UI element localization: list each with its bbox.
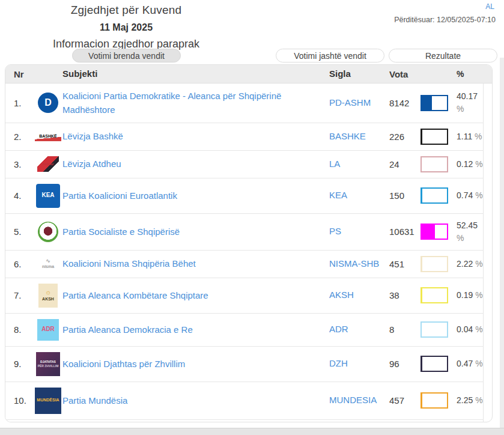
percentage-bar-fill [422,96,432,110]
party-sigla-link[interactable]: ADR [329,323,389,336]
col-header-nr: Nr [5,69,34,79]
percentage-bar [421,187,448,204]
votes-count: 457 [389,395,421,406]
col-header-pct: % [454,68,483,81]
dzh-logo: DJATHTAS PËR ZHVILLIM [36,352,60,376]
page-scrollbar[interactable] [500,58,504,428]
aksh-logo: ☼ AKSH [38,284,58,308]
party-sigla-link[interactable]: AKSH [329,288,389,302]
party-name-link[interactable]: Koalicioni Nisma Shqipëria Bëhet [62,257,329,270]
party-sigla-link[interactable]: NISMA-SHB [329,257,389,271]
percentage-bar [421,224,448,240]
percentage-value: 1.11 % [454,130,483,143]
footer-bar [0,428,504,435]
percentage-value: 2.25 % [454,394,483,407]
table-row: 6. ∿ nisma Koalicioni Nisma Shqipëria Bë… [5,251,483,278]
tab-votimi-jashte-vendit[interactable]: Votimi jashtë vendit [276,49,384,62]
percentage-bar-fill [422,225,435,239]
col-header-sigla: Sigla [329,67,389,81]
row-number: 8. [5,324,34,335]
last-updated-text: Përditësuar: 12/05/2025-07:10 [394,16,496,24]
nisma-logo: ∿ nisma [35,259,61,269]
votes-count: 96 [389,359,421,369]
table-row: 5. Partia Socialiste e Shqipërisë PS 106… [5,214,483,251]
percent-sign: % [457,233,464,243]
percentage-value: 0.74 % [454,189,483,202]
party-sigla-link[interactable]: PS [329,225,389,239]
party-sigla-link[interactable]: BASHKE [329,130,389,144]
row-number: 3. [5,159,34,169]
party-name-link[interactable]: Partia Aleanca Demokracia e Re [62,323,329,336]
table-row: 2. BASHKË Lëvizja Bashkë BASHKE 226 1.11… [5,123,483,151]
table-row: 3. Atdheu! Lëvizja Atdheu LA 24 0.12 % [5,151,483,178]
votes-count: 451 [389,259,421,269]
percent-sign: % [475,395,482,405]
votes-count: 38 [389,290,421,300]
percentage-value: 0.19 % [454,289,483,302]
percentage-bar [421,392,448,409]
tab-votimi-brenda-vendit[interactable]: Votimi brenda vendit [72,49,181,62]
mundesia-logo: MUNDËSIA [35,388,61,414]
percent-sign: % [475,159,482,169]
party-sigla-link[interactable]: MUNDESIA [329,394,389,407]
party-name-link[interactable]: Lëvizja Atdheu [62,157,329,171]
row-number: 6. [5,259,34,269]
percentage-bar [421,156,448,172]
table-row: 11. ✿ PSD Partia Socialdemokrate PSD 47 … [5,420,483,423]
party-name-link[interactable]: Partia Mundësia [62,394,329,407]
kea-logo: KEA [36,184,60,208]
party-sigla-link[interactable]: KEA [329,189,389,202]
percentage-bar [421,256,448,272]
percent-sign: % [475,290,482,300]
tab-rezultate[interactable]: Rezultate [389,49,497,62]
row-number: 9. [5,359,34,369]
party-name-link[interactable]: Koalicioni Partia Demokratike - Aleanca … [62,89,329,117]
percentage-bar [421,321,448,338]
row-number: 2. [5,132,34,142]
percentage-value: 40.17 % [454,90,483,115]
party-name-link[interactable]: Partia Koalicioni Euroatlantik [62,189,329,202]
row-number: 10. [5,395,34,406]
percentage-bar [421,95,448,111]
party-sigla-link[interactable]: PD-ASHM [329,96,389,110]
votes-count: 10631 [389,227,421,237]
table-row: 9. DJATHTAS PËR ZHVILLIM Koalicioni Djat… [5,347,483,382]
atdheu-logo: Atdheu! [37,156,59,172]
percent-sign: % [475,259,482,269]
percentage-value: 52.45 % [454,219,483,245]
percent-sign: % [475,359,482,368]
results-table: Nr Subjekti Sigla Vota % 1. D Koalicioni… [5,64,493,422]
percentage-value: 0.12 % [454,158,483,171]
percentage-bar-fill [422,257,422,271]
row-number: 1. [5,98,34,108]
percentage-bar [421,129,448,145]
percent-sign: % [475,132,482,141]
pd-logo: D [38,93,58,113]
bashke-logo: BASHKË [35,132,61,141]
table-row: 10. MUNDËSIA Partia Mundësia MUNDESIA 45… [5,382,483,420]
votes-count: 226 [389,132,421,142]
party-name-link[interactable]: Partia Aleanca Kombëtare Shqiptare [62,288,329,302]
percentage-value: 0.04 % [454,323,483,336]
table-row: 4. KEA Partia Koalicioni Euroatlantik KE… [5,178,483,214]
percentage-value: 0.47 % [454,357,483,370]
party-name-link[interactable]: Lëvizja Bashkë [62,129,329,143]
percentage-bar-fill [422,394,422,407]
election-date: 11 Maj 2025 [0,22,252,33]
percent-sign: % [475,324,482,334]
party-sigla-link[interactable]: DZH [329,357,389,371]
votes-count: 8 [389,324,421,335]
party-sigla-link[interactable]: LA [329,157,389,171]
table-row: 7. ☼ AKSH Partia Aleanca Kombëtare Shqip… [5,278,483,314]
col-header-subjekti: Subjekti [62,67,329,81]
party-name-link[interactable]: Partia Socialiste e Shqipërisë [62,225,329,239]
party-name-link[interactable]: Koalicioni Djathtas për Zhvillim [62,357,329,371]
adr-logo: ADR [37,319,59,341]
percent-sign: % [457,104,464,114]
table-body: 1. D Koalicioni Partia Demokratike - Ale… [5,84,484,422]
language-link[interactable]: AL [485,2,494,11]
votes-count: 8142 [389,98,421,108]
col-header-vota: Vota [389,69,421,79]
table-row: 8. ADR Partia Aleanca Demokracia e Re AD… [5,314,483,347]
table-row: 1. D Koalicioni Partia Demokratike - Ale… [5,84,483,123]
